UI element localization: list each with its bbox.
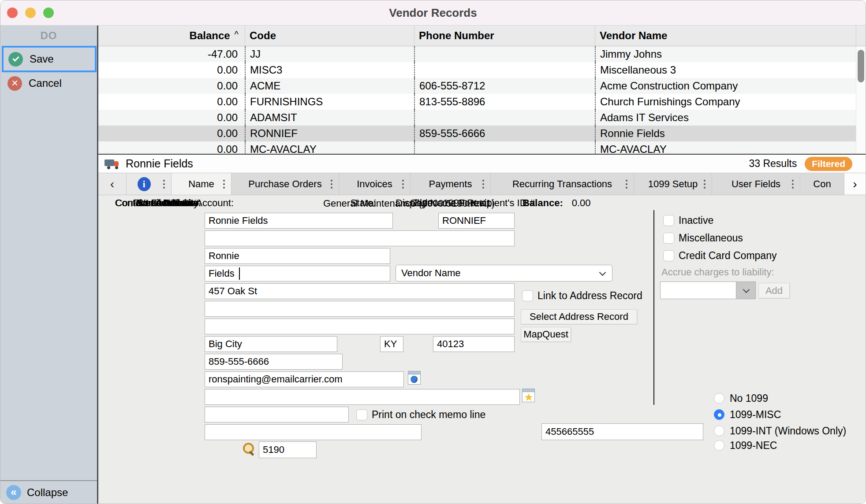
table-row[interactable]: -47.00 JJ Jimmy Johns [98, 46, 866, 62]
table-row[interactable]: 0.00 ADAMSIT Adams IT Services [98, 110, 866, 126]
column-header-spacer [856, 26, 866, 46]
table-scrollbar[interactable] [856, 46, 866, 154]
default-account-field[interactable] [259, 441, 317, 458]
tab-menu-icon[interactable] [704, 183, 705, 185]
radio-1099-nec[interactable]: 1099-NEC [714, 440, 777, 451]
tab-user-fields[interactable]: User Fields [712, 173, 800, 195]
accrue-liability-dropdown[interactable] [660, 282, 756, 299]
tab-con-truncated[interactable]: Con [800, 173, 844, 195]
table-row[interactable]: 0.00 MC-AVACLAY MC-AVACLAY [98, 141, 866, 155]
link-to-address-record-checkbox[interactable]: Link to Address Record [522, 290, 642, 301]
record-header-bar: Ronnie Fields 33 Results Filtered [98, 155, 866, 173]
radio-1099-int[interactable]: 1099-INT (Windows Only) [714, 426, 846, 436]
webpage-globe-icon[interactable] [408, 371, 421, 385]
cancel-button[interactable]: × Cancel [0, 73, 97, 93]
column-header-code[interactable]: Code [245, 26, 414, 46]
contact-name-field[interactable] [205, 230, 515, 246]
address-line2-field[interactable] [205, 301, 515, 317]
radio-selected-icon[interactable] [714, 409, 724, 420]
webpage-star-icon[interactable] [522, 389, 535, 402]
tab-1099-setup[interactable]: 1099 Setup [634, 173, 712, 195]
tab-menu-icon[interactable] [163, 183, 165, 185]
tab-menu-icon[interactable] [223, 183, 225, 185]
radio-icon[interactable] [714, 440, 724, 451]
text-cursor [239, 267, 240, 280]
chevron-down-icon [599, 269, 606, 276]
collapse-button[interactable]: « Collapse [0, 480, 97, 504]
table-row[interactable]: 0.00 MISC3 Miscellaneous 3 [98, 62, 866, 78]
vertical-divider [653, 210, 654, 405]
miscellaneous-checkbox[interactable]: Miscellaneous [663, 232, 743, 244]
radio-no-1099[interactable]: No 1099 [714, 393, 768, 404]
info-icon[interactable]: i [138, 177, 151, 191]
column-header-phone[interactable]: Phone Number [414, 26, 595, 46]
credit-card-company-checkbox[interactable]: Credit Card Company [663, 250, 776, 261]
record-tab-bar: ‹ i Name Purchase Orders Invoices [98, 173, 866, 195]
filtered-badge[interactable]: Filtered [805, 157, 852, 171]
account-number-field[interactable] [205, 407, 349, 422]
default-account-description: General Maintenance (3000.5190.K.K1) [323, 195, 495, 212]
table-row[interactable]: 0.00 ACME 606-555-8712 Acme Construction… [98, 78, 866, 94]
checkbox-icon[interactable] [356, 409, 367, 420]
contact-first-name-field[interactable] [205, 248, 390, 264]
tab-menu-icon[interactable] [482, 183, 484, 185]
tab-menu-icon[interactable] [331, 183, 332, 185]
state-field[interactable] [380, 336, 403, 352]
website-field[interactable] [205, 389, 520, 405]
phone-number-field[interactable] [205, 354, 343, 370]
tab-scroll-left-button[interactable]: ‹ [98, 173, 127, 195]
accrue-liability-label: Accrue charges to liability: [661, 266, 774, 279]
email-address-field[interactable] [205, 371, 404, 387]
print-on-check-memo-checkbox[interactable]: Print on check memo line [356, 409, 485, 420]
radio-icon[interactable] [714, 393, 724, 404]
tab-recurring-transactions[interactable]: Recurring Transactions [491, 173, 634, 195]
save-button[interactable]: Save [2, 46, 97, 72]
checkbox-icon[interactable] [663, 215, 674, 226]
column-header-vendor[interactable]: Vendor Name [595, 26, 856, 46]
terms-field[interactable] [205, 424, 422, 440]
results-count: 33 Results [749, 158, 797, 170]
radio-1099-misc[interactable]: 1099-MISC [714, 409, 781, 420]
double-chevron-left-icon: « [6, 485, 21, 500]
vendor-name-field[interactable] [205, 213, 393, 229]
select-address-record-button[interactable]: Select Address Record [521, 309, 637, 324]
tab-menu-icon[interactable] [792, 183, 794, 185]
address-line3-field[interactable] [205, 319, 515, 334]
display-name-format-dropdown[interactable]: Vendor Name [396, 265, 612, 282]
city-field[interactable] [205, 336, 337, 352]
checkbox-icon[interactable] [663, 250, 674, 261]
address-line1-field[interactable] [205, 283, 515, 299]
tab-scroll-right-button[interactable]: › [844, 173, 866, 195]
tab-invoices[interactable]: Invoices [339, 173, 411, 195]
recipient-id-field[interactable] [541, 423, 703, 440]
tab-menu-icon[interactable] [402, 183, 404, 185]
table-row-selected[interactable]: 0.00 RONNIEF 859-555-6666 Ronnie Fields [98, 126, 866, 141]
table-row[interactable]: 0.00 FURNISHINGS 813-555-8896 Church Fur… [98, 94, 866, 110]
zip-field[interactable] [433, 336, 515, 352]
checkbox-icon[interactable] [522, 290, 533, 301]
column-header-balance[interactable]: Balance ^ [98, 26, 245, 46]
titlebar: Vendor Records [0, 0, 866, 26]
sidebar-header: DO [0, 26, 97, 46]
chevron-down-icon [743, 286, 750, 293]
add-liability-button[interactable]: Add [758, 283, 790, 298]
tab-payments[interactable]: Payments [411, 173, 491, 195]
dropdown-button[interactable] [736, 282, 755, 299]
vendor-truck-icon [105, 158, 120, 170]
mapquest-button[interactable]: MapQuest [521, 327, 571, 342]
cancel-label: Cancel [29, 77, 62, 89]
checkbox-icon[interactable] [663, 233, 674, 244]
table-header-row: Balance ^ Code Phone Number Vendor Name [98, 26, 866, 46]
radio-icon[interactable] [714, 426, 724, 436]
scrollbar-thumb[interactable] [858, 50, 864, 82]
x-circle-icon: × [7, 76, 22, 91]
check-circle-icon [8, 52, 23, 67]
inactive-checkbox[interactable]: Inactive [663, 215, 713, 226]
tab-menu-icon[interactable] [626, 183, 627, 185]
contact-last-name-field[interactable] [205, 266, 390, 282]
tab-info[interactable]: i [127, 173, 172, 195]
tab-purchase-orders[interactable]: Purchase Orders [231, 173, 339, 195]
tab-name[interactable]: Name [172, 173, 231, 195]
magnifier-lookup-icon[interactable] [242, 442, 255, 457]
code-field[interactable] [438, 213, 515, 229]
